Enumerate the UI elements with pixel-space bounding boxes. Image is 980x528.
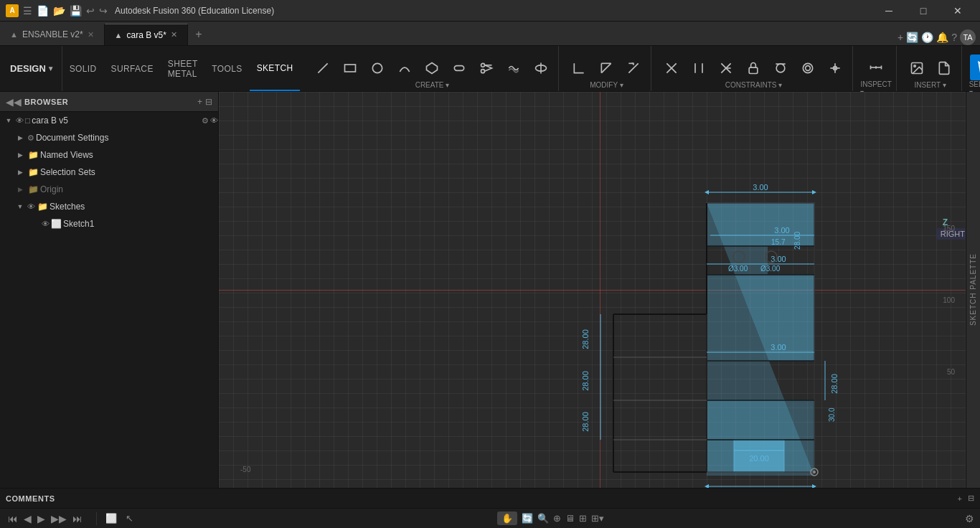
extend-tool[interactable] — [621, 55, 646, 81]
sketch-drawing[interactable]: 3.00 3.00 3.00 3.00 28.00 28.00 28.00 — [219, 92, 980, 488]
canvas-area[interactable]: Z RIGHT -250 -200 -150 -100 -50 150 100 … — [219, 92, 980, 488]
app-icon: A — [6, 4, 19, 17]
file-menu[interactable]: ☰ — [23, 5, 32, 16]
fix-tool[interactable] — [822, 55, 848, 81]
comments-collapse-btn[interactable]: ⊟ — [968, 494, 974, 503]
browser-collapse-btn[interactable]: ⊟ — [205, 97, 212, 107]
tab-action-icon3[interactable]: 🕐 — [921, 32, 933, 43]
expand-selection-sets[interactable]: ▶ — [14, 166, 26, 178]
sketch-palette: SKETCH PALETTE — [966, 92, 980, 488]
menu-tools[interactable]: TOOLS — [204, 46, 249, 91]
grid-tool-btn[interactable]: ⊞ — [579, 513, 587, 524]
vis-sketches[interactable]: 👁 — [27, 202, 35, 211]
vis-root[interactable]: 👁 — [16, 116, 24, 125]
svg-point-23 — [804, 63, 813, 72]
browser-title: BROWSER — [24, 98, 194, 106]
menu-solid[interactable]: SOLID — [62, 46, 104, 91]
trim-tool[interactable] — [473, 55, 499, 81]
tab-action-icon2[interactable]: 🔄 — [906, 32, 918, 43]
main-content: ◀◀ BROWSER + ⊟ ▼ 👁 □ cara B v5 ⚙ 👁 ▶ ⚙ — [0, 92, 980, 488]
svg-text:20.00: 20.00 — [749, 454, 769, 463]
parallel-tool[interactable] — [686, 55, 712, 81]
expand-root[interactable]: ▼ — [3, 115, 14, 126]
pan-tool-btn[interactable]: ✋ — [497, 512, 517, 525]
tree-item-origin[interactable]: ▶ 📁 Origin — [0, 181, 218, 198]
svg-text:3.00: 3.00 — [771, 343, 786, 352]
nav-prev-btn[interactable]: ◀ — [22, 512, 34, 526]
expand-named-views[interactable]: ▶ — [14, 149, 26, 161]
tree-item-doc-settings[interactable]: ▶ ⚙ Document Settings — [0, 129, 218, 146]
settings-root[interactable]: ⚙ — [202, 116, 209, 126]
frame-icon[interactable]: ⬜ — [103, 512, 120, 525]
browser-add-btn[interactable]: + — [197, 97, 202, 107]
perp-tool[interactable] — [713, 55, 739, 81]
nav-first-btn[interactable]: ⏮ — [6, 512, 20, 526]
offset-tool[interactable] — [501, 55, 527, 81]
tangent-tool[interactable] — [768, 55, 793, 81]
vis-sketch1[interactable]: 👁 — [42, 220, 50, 228]
project-tool[interactable] — [528, 55, 554, 81]
origin-label: Origin — [40, 184, 218, 194]
insert-image-tool[interactable] — [904, 55, 930, 81]
concentric-tool[interactable] — [795, 55, 821, 81]
measure-tool[interactable] — [863, 55, 889, 80]
polygon-tool[interactable] — [419, 55, 445, 81]
tab-action-icon4[interactable]: 🔔 — [936, 32, 948, 43]
lock-tool[interactable] — [740, 55, 766, 81]
insert-dxf-tool[interactable] — [931, 55, 957, 81]
tree-item-sketches[interactable]: ▼ 👁 📁 Sketches — [0, 198, 218, 215]
tree-item-selection-sets[interactable]: ▶ 📁 Selection Sets — [0, 164, 218, 181]
line-tool[interactable] — [310, 55, 336, 81]
tab-close-carab[interactable]: ✕ — [171, 30, 177, 39]
design-dropdown[interactable]: DESIGN ▼ — [3, 46, 62, 91]
select-tool[interactable] — [970, 55, 980, 80]
coincident-tool[interactable] — [659, 55, 684, 81]
tab-ensanble[interactable]: ▲ ENSANBLE v2* ✕ — [0, 24, 105, 45]
sketch-palette-label: SKETCH PALETTE — [969, 253, 977, 326]
expand-doc[interactable]: ▶ — [14, 132, 26, 143]
tab-action-icon1[interactable]: + — [897, 32, 903, 43]
expand-sketches[interactable]: ▼ — [14, 201, 26, 212]
settings-btn[interactable]: ⚙ — [965, 513, 974, 524]
user-avatar[interactable]: TA — [960, 29, 976, 45]
undo-btn[interactable]: ↩ — [86, 5, 95, 16]
redo-btn[interactable]: ↪ — [99, 5, 108, 16]
svg-text:Ø3.00: Ø3.00 — [760, 265, 781, 273]
fit-tool-btn[interactable]: ⊕ — [553, 513, 561, 524]
tree-item-sketch1[interactable]: ▶ 👁 ⬜ Sketch1 — [0, 215, 218, 232]
slot-tool[interactable] — [446, 55, 472, 81]
close-btn[interactable]: ✕ — [941, 0, 974, 22]
tab-close-ensanble[interactable]: ✕ — [88, 30, 94, 39]
circle-tool[interactable] — [364, 55, 390, 81]
eye2-root[interactable]: 👁 — [210, 116, 218, 125]
more-tool-btn[interactable]: ⊞▾ — [591, 513, 604, 524]
tree-item-root[interactable]: ▼ 👁 □ cara B v5 ⚙ 👁 — [0, 112, 218, 129]
collapse-browser-btn[interactable]: ◀◀ — [6, 96, 22, 108]
arc-tool[interactable] — [392, 55, 418, 81]
zoom-tool-btn[interactable]: 🔍 — [537, 513, 549, 524]
menu-sketch[interactable]: SKETCH — [250, 46, 301, 91]
fillet-tool[interactable] — [566, 55, 592, 81]
center-tools: ✋ 🔄 🔍 ⊕ 🖥 ⊞ ⊞▾ — [139, 512, 962, 525]
orbit-tool-btn[interactable]: 🔄 — [522, 513, 533, 524]
tree-item-named-views[interactable]: ▶ 📁 Named Views — [0, 146, 218, 164]
expand-origin[interactable]: ▶ — [14, 184, 26, 195]
minimize-btn[interactable]: ─ — [872, 0, 905, 22]
comments-add-btn[interactable]: + — [958, 494, 962, 503]
new-tab-btn[interactable]: + — [188, 24, 209, 45]
display-tool-btn[interactable]: 🖥 — [565, 513, 575, 524]
nav-play-btn[interactable]: ▶ — [35, 512, 47, 526]
maximize-btn[interactable]: □ — [907, 0, 940, 22]
open-btn[interactable]: 📂 — [53, 5, 65, 16]
tab-action-icon5[interactable]: ? — [951, 32, 957, 43]
menu-surface[interactable]: SURFACE — [104, 46, 161, 91]
rectangle-tool[interactable] — [337, 55, 363, 81]
offset2-tool[interactable] — [593, 55, 619, 81]
cursor-icon[interactable]: ↖ — [123, 512, 136, 525]
nav-next-btn[interactable]: ▶▶ — [49, 512, 69, 526]
new-btn[interactable]: 📄 — [37, 5, 49, 16]
save-btn[interactable]: 💾 — [70, 5, 82, 16]
tab-carab[interactable]: ▲ cara B v5* ✕ — [105, 24, 188, 45]
menu-sheet-metal[interactable]: SHEET METAL — [161, 46, 205, 91]
nav-last-btn[interactable]: ⏭ — [70, 512, 85, 526]
